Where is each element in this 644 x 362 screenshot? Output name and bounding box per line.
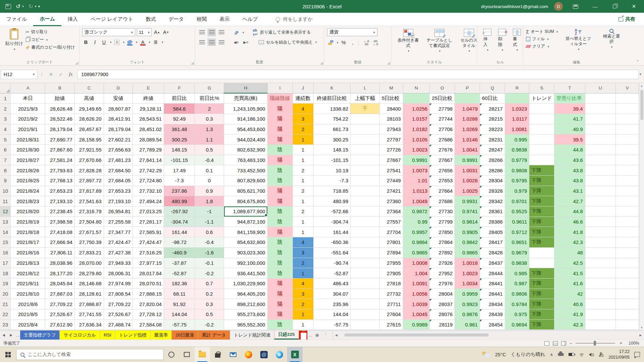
- file-explorer-button[interactable]: [195, 347, 210, 362]
- row-header-5[interactable]: 5: [0, 134, 11, 145]
- cell-H23[interactable]: 965,552,300: [224, 319, 268, 330]
- tab-view[interactable]: 表示: [213, 13, 236, 26]
- cell-O15[interactable]: 27864: [430, 237, 455, 248]
- decrease-indent-button[interactable]: ◀≡: [232, 39, 240, 46]
- cell-L13[interactable]: [351, 217, 380, 227]
- cell-B23[interactable]: 27,612.90: [45, 319, 74, 330]
- page-break-view-icon[interactable]: [561, 341, 566, 346]
- col-header-G[interactable]: G: [195, 83, 224, 93]
- cell-C9[interactable]: 27,897.72: [74, 176, 104, 186]
- mail-button[interactable]: [225, 347, 241, 362]
- battery-icon[interactable]: [569, 353, 574, 356]
- cell-F22[interactable]: 144.04: [164, 309, 195, 319]
- clear-button[interactable]: クリア▾: [526, 44, 558, 49]
- cell-A3[interactable]: 2021/9/2: [11, 114, 45, 124]
- cell-J21[interactable]: 2: [292, 299, 313, 309]
- cell-J14[interactable]: 1: [292, 227, 313, 237]
- cell-V21[interactable]: [615, 299, 639, 309]
- cell-B19[interactable]: 28,045.84: [45, 278, 74, 289]
- cell-A8[interactable]: 2021/8/26: [11, 165, 45, 176]
- cell-R1[interactable]: [505, 93, 529, 104]
- cell-L15[interactable]: [351, 237, 380, 248]
- cell-N14[interactable]: 0.9957: [403, 227, 430, 237]
- row-header-19[interactable]: 19: [0, 278, 11, 289]
- cell-Q14[interactable]: 28405: [480, 227, 505, 237]
- clipboard-dialog-launcher-icon[interactable]: [75, 62, 78, 64]
- cell-D21[interactable]: 27,709.22: [104, 299, 133, 309]
- cell-L20[interactable]: [351, 289, 380, 299]
- cell-M20[interactable]: 27732: [380, 289, 403, 299]
- tab-data[interactable]: データ: [162, 13, 191, 26]
- cell-M10[interactable]: 27421: [380, 186, 403, 196]
- row-header-11[interactable]: 11: [0, 196, 11, 206]
- col-header-A[interactable]: A: [11, 83, 45, 93]
- cell-O7[interactable]: 27667: [430, 155, 455, 165]
- cell-T21[interactable]: 40.6: [554, 299, 585, 309]
- cell-L22[interactable]: [351, 309, 380, 319]
- cell-I6[interactable]: 陰: [267, 144, 292, 155]
- cancel-icon[interactable]: ✕: [46, 72, 56, 77]
- cell-R3[interactable]: 1.0117: [505, 114, 529, 124]
- cell-U21[interactable]: [585, 299, 615, 309]
- cell-J3[interactable]: 3: [292, 114, 313, 124]
- cell-R9[interactable]: 0.9795: [505, 176, 529, 186]
- cell-Q23[interactable]: 28454: [480, 319, 505, 330]
- cell-H12[interactable]: 1,089,677,900: [224, 206, 268, 217]
- cell-C13[interactable]: 27,504.80: [74, 217, 104, 227]
- cell-I17[interactable]: 陰: [267, 258, 292, 268]
- cell-L4[interactable]: [351, 124, 380, 134]
- cell-U14[interactable]: [585, 227, 615, 237]
- cell-V2[interactable]: [615, 104, 639, 114]
- cell-J6[interactable]: 1: [292, 144, 313, 155]
- cell-V7[interactable]: [615, 155, 639, 165]
- tab-insert[interactable]: 挿入: [61, 13, 84, 26]
- sheet-tab-主要指標グラフ[interactable]: 主要指標グラフ: [20, 330, 60, 340]
- cell-G6[interactable]: 0.5: [195, 144, 224, 155]
- cell-F14[interactable]: 161.44: [164, 227, 195, 237]
- cell-F13[interactable]: -304.74: [164, 217, 195, 227]
- cell-Q21[interactable]: 28434: [480, 299, 505, 309]
- cell-C15[interactable]: 27,750.39: [74, 237, 104, 248]
- cell-N15[interactable]: 0.9864: [403, 237, 430, 248]
- cell-O4[interactable]: 27706: [430, 124, 455, 134]
- cell-N1[interactable]: [403, 93, 430, 104]
- cell-A5[interactable]: 2021/8/31: [11, 134, 45, 145]
- cell-P7[interactable]: 0.9991: [455, 155, 480, 165]
- row-header-6[interactable]: 6: [0, 144, 11, 155]
- cell-B8[interactable]: 27,793.63: [45, 165, 74, 176]
- cell-U17[interactable]: [585, 258, 615, 268]
- cell-D11[interactable]: 27,193.10: [104, 196, 133, 206]
- col-header-J[interactable]: J: [292, 83, 313, 93]
- row-header-18[interactable]: 18: [0, 268, 11, 279]
- cell-F7[interactable]: -101.15: [164, 155, 195, 165]
- avatar[interactable]: D: [554, 2, 563, 11]
- cell-R14[interactable]: 0.9712: [505, 227, 529, 237]
- cell-T3[interactable]: 41.7: [554, 114, 585, 124]
- cell-D7[interactable]: 27,481.23: [104, 155, 133, 165]
- sheet-nav-right-icon[interactable]: ▶: [7, 330, 15, 340]
- cell-K14[interactable]: 161.44: [313, 227, 351, 237]
- cell-V20[interactable]: [615, 289, 639, 299]
- col-header-D[interactable]: D: [104, 83, 133, 93]
- cell-F6[interactable]: 148.15: [164, 144, 195, 155]
- cell-A21[interactable]: 2021/8/6: [11, 299, 45, 309]
- col-header-P[interactable]: P: [455, 83, 480, 93]
- row-header-17[interactable]: 17: [0, 258, 11, 268]
- cell-L17[interactable]: [351, 258, 380, 268]
- select-all-corner[interactable]: [0, 83, 11, 93]
- cell-Q20[interactable]: 28441: [480, 289, 505, 299]
- vertical-scroll-thumb[interactable]: [640, 90, 643, 120]
- cell-I11[interactable]: 陽: [267, 196, 292, 206]
- cell-B1[interactable]: 始値: [45, 93, 74, 104]
- cell-D15[interactable]: 27,424.47: [104, 237, 133, 248]
- cell-J5[interactable]: 1: [292, 134, 313, 145]
- cell-A11[interactable]: 2021/8/23: [11, 196, 45, 206]
- cell-T12[interactable]: 44.8: [554, 206, 585, 217]
- cell-U3[interactable]: [585, 114, 615, 124]
- cell-A19[interactable]: 2021/8/11: [11, 278, 45, 289]
- cell-T11[interactable]: 42.7: [554, 196, 585, 206]
- cell-M13[interactable]: 27557: [380, 217, 403, 227]
- number-dialog-launcher-icon[interactable]: [387, 62, 390, 64]
- col-header-N[interactable]: N: [403, 83, 430, 93]
- cell-N17[interactable]: 1.0008: [403, 258, 430, 268]
